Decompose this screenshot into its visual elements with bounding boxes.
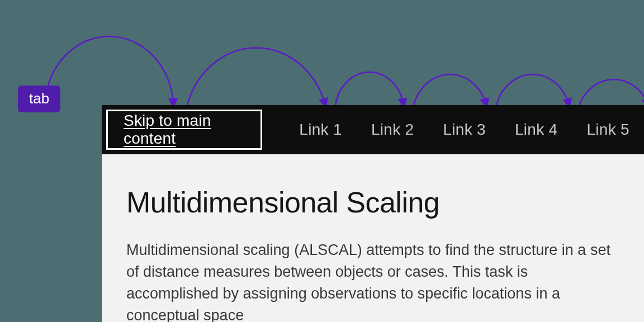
skip-to-main-link[interactable]: Skip to main content [106, 110, 262, 150]
navbar: Skip to main content Link 1 Link 2 Link … [102, 105, 644, 154]
main-content: Multidimensional Scaling Multidimensiona… [102, 154, 644, 322]
nav-link-1[interactable]: Link 1 [285, 121, 357, 139]
browser-window: Skip to main content Link 1 Link 2 Link … [102, 105, 644, 322]
article-body: Multidimensional scaling (ALSCAL) attemp… [126, 239, 619, 322]
nav-link-3[interactable]: Link 3 [428, 121, 500, 139]
nav-link-2[interactable]: Link 2 [357, 121, 429, 139]
page-title: Multidimensional Scaling [126, 186, 619, 219]
nav-link-5[interactable]: Link 5 [572, 121, 644, 139]
tab-key-chip: tab [18, 86, 60, 112]
nav-link-4[interactable]: Link 4 [500, 121, 572, 139]
nav-links: Link 1 Link 2 Link 3 Link 4 Link 5 [285, 121, 644, 139]
